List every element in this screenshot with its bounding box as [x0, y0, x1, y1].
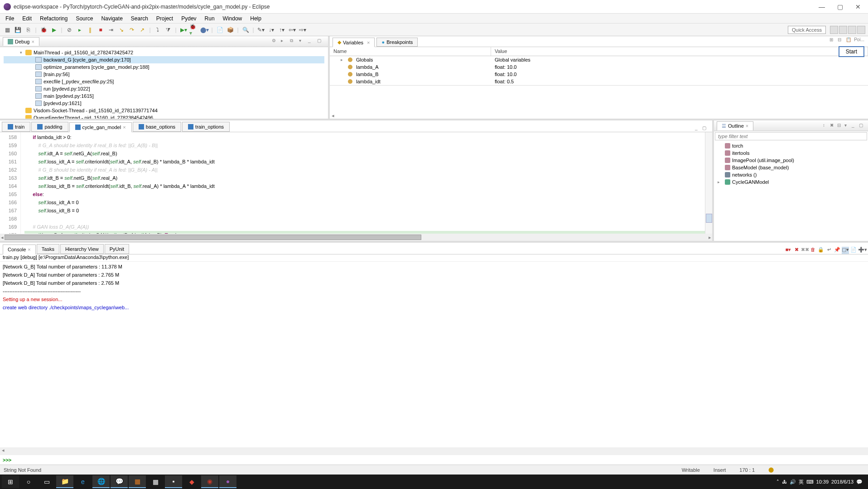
menu-window[interactable]: Window: [219, 14, 246, 23]
outline-item[interactable]: ImagePool (util.image_pool): [718, 157, 864, 164]
horizontal-scrollbar[interactable]: ◂ ▸: [0, 234, 712, 241]
editor-tab-padding[interactable]: padding: [31, 122, 68, 132]
terminate-icon[interactable]: ■: [96, 25, 105, 34]
outline-filter-input[interactable]: [715, 132, 867, 140]
open-console-icon[interactable]: 📄▾: [850, 247, 857, 254]
debug-tab[interactable]: Debug ×: [3, 37, 39, 46]
value-column[interactable]: Value: [491, 47, 868, 56]
drop-to-frame-icon[interactable]: ⤵: [153, 25, 162, 34]
stack-frame[interactable]: run [pydevd.py:1022]: [4, 85, 324, 92]
console-tab-pyunit[interactable]: PyUnit: [105, 244, 129, 254]
minimize-view-icon[interactable]: _: [852, 123, 858, 129]
stack-frame[interactable]: optimize_parameters [cycle_gan_model.py:…: [4, 63, 324, 71]
scrollbar-thumb[interactable]: [5, 235, 421, 240]
menu-project[interactable]: Project: [153, 14, 177, 23]
outline-item[interactable]: BaseModel (base_model): [718, 164, 864, 171]
stack-frame[interactable]: ▾MainThread - pid_15160_id_2782473425472: [4, 49, 324, 56]
maximize-view-icon[interactable]: ▢: [317, 38, 324, 45]
app-icon[interactable]: ◉: [201, 475, 218, 488]
view-menu-icon[interactable]: ▾: [844, 123, 851, 129]
remove-launch-icon[interactable]: ✖: [793, 247, 800, 254]
word-wrap-icon[interactable]: ↵: [825, 247, 833, 254]
tray-up-icon[interactable]: ˄: [776, 479, 779, 485]
chrome-icon[interactable]: 🌐: [92, 475, 110, 488]
editor-tab-cycle_gan_model[interactable]: cycle_gan_model×: [69, 122, 132, 132]
stack-frame[interactable]: main [pydevd.py:1615]: [4, 92, 324, 100]
stack-frame[interactable]: [train.py:56]: [4, 71, 324, 78]
save-icon[interactable]: 💾: [13, 25, 22, 34]
search-icon[interactable]: 🔍: [241, 25, 250, 34]
variable-row[interactable]: ▸GlobalsGlobal variables: [330, 56, 868, 63]
show-type-names-icon[interactable]: ⊞: [829, 37, 837, 44]
collapse-all-icon[interactable]: ⊟: [838, 37, 845, 44]
debug-stack-tree[interactable]: ▾MainThread - pid_15160_id_2782473425472…: [0, 47, 328, 119]
new-icon[interactable]: ▦: [3, 25, 12, 34]
close-tab-icon[interactable]: ×: [367, 40, 370, 45]
disconnect-icon[interactable]: ⇥: [106, 25, 116, 34]
open-perspective-icon[interactable]: [830, 26, 838, 34]
variable-row[interactable]: lambda_idtfloat: 0.5: [330, 78, 868, 85]
tray-time[interactable]: 10:39: [816, 479, 829, 484]
maximize-view-icon[interactable]: ▢: [859, 123, 865, 129]
display-console-icon[interactable]: ▢▾: [842, 247, 849, 254]
back-icon[interactable]: ⇦▾: [288, 25, 297, 34]
minimize-button[interactable]: —: [815, 3, 828, 10]
console-output[interactable]: [Network G_B] Total number of parameters…: [0, 262, 868, 447]
toggle-mark-icon[interactable]: ✎▾: [256, 25, 265, 34]
debug-toolbar-icon[interactable]: ▸: [281, 38, 288, 45]
step-into-icon[interactable]: ↘: [117, 25, 126, 34]
minimize-editor-icon[interactable]: _: [695, 125, 701, 132]
editor-tab-base_options[interactable]: base_options: [133, 122, 181, 132]
debug-toolbar-icon[interactable]: ⚙: [272, 38, 279, 45]
forward-icon[interactable]: ⇨▾: [298, 25, 307, 34]
outline-item[interactable]: ▸CycleGANModel: [718, 178, 864, 186]
step-return-icon[interactable]: ↗: [138, 25, 147, 34]
step-over-icon[interactable]: ↷: [127, 25, 136, 34]
close-tab-icon[interactable]: ×: [746, 123, 748, 129]
menu-help[interactable]: Help: [246, 14, 265, 23]
stack-frame[interactable]: [pydevd.py:1621]: [4, 100, 324, 107]
use-step-filters-icon[interactable]: ⧩: [164, 25, 173, 34]
variable-row[interactable]: lambda_Afloat: 10.0: [330, 63, 868, 71]
app-icon[interactable]: ▦: [147, 475, 164, 488]
stack-frame[interactable]: backward_G [cycle_gan_model.py:170]: [4, 56, 324, 63]
sort-icon[interactable]: ↕: [823, 123, 829, 129]
run-icon[interactable]: ▶: [49, 25, 58, 34]
new-console-icon[interactable]: ➕▾: [858, 247, 865, 254]
variable-detail-pane[interactable]: [330, 85, 868, 112]
minimize-view-icon[interactable]: _: [308, 38, 315, 45]
code-editor[interactable]: 158159160161162163164165166167168169170 …: [0, 132, 712, 234]
menu-search[interactable]: Search: [127, 14, 152, 23]
terminal-icon[interactable]: ▪: [165, 475, 182, 488]
debug-toolbar-icon[interactable]: ⧉: [290, 38, 297, 45]
code-content[interactable]: if lambda_idt > 0: # G_A should be ident…: [21, 132, 705, 234]
new-module-icon[interactable]: 📄: [215, 25, 224, 34]
cortana-icon[interactable]: ○: [20, 475, 37, 488]
menu-pydev[interactable]: Pydev: [178, 14, 200, 23]
run-last-icon[interactable]: ▶▾: [179, 25, 188, 34]
variables-tab[interactable]: ◆ Variables ×: [333, 38, 375, 47]
next-annotation-icon[interactable]: ↓▾: [267, 25, 276, 34]
tray-network-icon[interactable]: 🖧: [782, 479, 787, 484]
stack-frame[interactable]: Visdom-Socket-Thread - pid_15160_id_2781…: [4, 107, 324, 114]
close-button[interactable]: ✕: [852, 3, 864, 10]
hide-fields-icon[interactable]: ✖: [830, 123, 836, 129]
resume-icon[interactable]: ▸: [75, 25, 84, 34]
console-tab-console[interactable]: Console×: [3, 244, 36, 254]
editor-tab-train_options[interactable]: train_options: [182, 122, 230, 132]
app-icon[interactable]: ▦: [129, 475, 146, 488]
tray-notifications-icon[interactable]: 💬: [856, 479, 863, 485]
java-perspective-icon[interactable]: [857, 26, 865, 34]
scroll-lock-icon[interactable]: 🔒: [817, 247, 825, 254]
save-all-icon[interactable]: ⎘: [24, 25, 33, 34]
maximize-button[interactable]: ▢: [834, 3, 846, 10]
overview-ruler[interactable]: [705, 132, 712, 234]
wechat-icon[interactable]: 💬: [111, 475, 128, 488]
debug-perspective-icon[interactable]: [848, 26, 856, 34]
console-tab-hierarchy-view[interactable]: Hierarchy View: [60, 244, 104, 254]
start-button[interactable]: Start: [839, 46, 864, 57]
start-button[interactable]: ⊞: [2, 475, 19, 488]
outline-item[interactable]: itertools: [718, 149, 864, 157]
quick-access[interactable]: Quick Access: [788, 26, 826, 34]
debug-icon[interactable]: 🐞: [39, 25, 48, 34]
